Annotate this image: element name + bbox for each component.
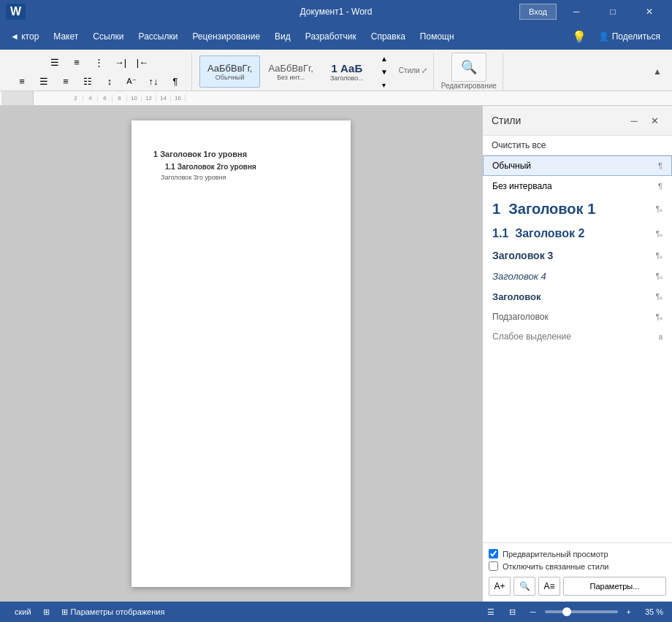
zoom-out-btn[interactable]: ─ <box>524 607 542 616</box>
share-label: Поделиться <box>612 31 660 42</box>
style-name-subheading: Подзаголовок <box>492 312 653 322</box>
style-no-spacing[interactable]: АаБбВвГг, Без инт... <box>260 55 321 88</box>
unordered-list-btn[interactable]: ☰ <box>45 53 65 72</box>
menu-item-help[interactable]: Справка <box>364 26 413 47</box>
style-entry-heading3[interactable]: Заголовок 3 ¶ₐ <box>483 245 672 266</box>
style-icon-heading2: ¶ₐ <box>656 230 663 238</box>
params-button[interactable]: Параметры... <box>563 577 666 596</box>
style-name-heading1: 1 Заголовок 1 <box>492 201 653 218</box>
menu-item-home[interactable]: ◄ ктор <box>3 26 46 47</box>
ruler-mark: 8 <box>112 95 127 102</box>
content-area: 1 Заголовок 1го уровня 1.1 Заголовок 2го… <box>0 106 672 602</box>
status-language[interactable]: ский <box>9 602 37 622</box>
zoom-thumb <box>562 607 571 616</box>
status-view-icon[interactable]: ⊞ <box>37 602 56 622</box>
search-editing-btn[interactable]: 🔍 <box>451 53 486 82</box>
styles-panel-close[interactable]: ✕ <box>646 112 663 129</box>
multilevel-list-btn[interactable]: ⋮ <box>88 53 109 72</box>
style-inspector-button[interactable]: 🔍 <box>513 577 535 596</box>
menu-item-view[interactable]: Вид <box>267 26 298 47</box>
heading2-number: 1.1 <box>165 163 177 171</box>
styles-scroll-down[interactable]: ▼ <box>374 65 394 78</box>
ruler: 2 4 6 8 10 12 14 16 <box>0 91 672 106</box>
style-entry-subheading[interactable]: Подзаголовок ¶ₐ <box>483 307 672 326</box>
doc-heading1: 1 Заголовок 1го уровня <box>153 150 329 158</box>
style-entry-no-spacing[interactable]: Без интервала ¶ <box>483 176 672 196</box>
zoom-in-btn[interactable]: + <box>621 607 637 616</box>
close-button[interactable]: ✕ <box>633 0 666 23</box>
clear-all-button[interactable]: Очистить все <box>483 136 672 156</box>
preview-checkbox[interactable] <box>489 549 498 558</box>
inspector-icon: 🔍 <box>519 581 530 591</box>
menu-item-review[interactable]: Рецензирование <box>185 26 267 47</box>
zoom-track[interactable] <box>545 610 618 613</box>
align-justify-btn[interactable]: ☷ <box>77 72 98 91</box>
style-name-subtle: Слабое выделение <box>492 331 655 342</box>
style-heading1-gallery[interactable]: 1 АаБ Заголово... <box>321 55 373 88</box>
collapse-ribbon-btn[interactable]: ▲ <box>649 63 666 80</box>
menu-item-layout[interactable]: Макет <box>46 26 85 47</box>
minimize-button[interactable]: ─ <box>560 0 593 23</box>
styles-scroll-up[interactable]: ▲ <box>374 52 394 65</box>
view-icon: ⊞ <box>43 607 50 617</box>
disable-linked-checkbox[interactable] <box>489 561 498 571</box>
restore-button[interactable]: □ <box>596 0 630 23</box>
preview-label: Предварительный просмотр <box>503 550 608 558</box>
menu-item-assist[interactable]: Помощн <box>413 26 462 47</box>
menu-item-developer[interactable]: Разработчик <box>298 26 364 47</box>
heading1-text: Заголовок 1го уровня <box>160 150 247 158</box>
new-style-button[interactable]: A+ <box>489 577 511 596</box>
align-right-btn[interactable]: ≡ <box>56 72 76 91</box>
app-icon: W <box>6 4 26 20</box>
ordered-list-btn[interactable]: ≡ <box>66 53 87 72</box>
styles-panel-pin[interactable]: ─ <box>625 112 643 129</box>
preview-checkbox-label[interactable]: Предварительный просмотр <box>489 549 666 558</box>
new-style-icon: A+ <box>494 581 505 591</box>
indent-left-btn[interactable]: |← <box>132 53 153 72</box>
doc-heading3: Заголовок 3го уровня <box>161 174 329 181</box>
disable-linked-checkbox-label[interactable]: Отключить связанные стили <box>489 561 666 571</box>
fill-color-btn[interactable]: A⁻ <box>121 72 142 91</box>
ribbon-styles-group: АаБбВвГг, Обычный АаБбВвГг, Без инт... 1… <box>194 53 434 91</box>
document-page[interactable]: 1 Заголовок 1го уровня 1.1 Заголовок 2го… <box>131 120 351 587</box>
share-button[interactable]: 👤 Поделиться <box>589 28 669 45</box>
styles-expand-icon[interactable]: ⤢ <box>421 66 427 74</box>
status-params[interactable]: ⊞ Параметры отображения <box>56 602 171 622</box>
menu-item-mailings[interactable]: Рассылки <box>131 26 186 47</box>
style-entry-normal[interactable]: Обычный ¶ <box>483 156 672 176</box>
style-name-no-spacing: Без интервала <box>492 181 655 191</box>
signin-button[interactable]: Вход <box>519 4 557 20</box>
layout-btn-1[interactable]: ☰ <box>481 607 500 617</box>
sort-btn[interactable]: ↑↓ <box>143 72 164 91</box>
document-area[interactable]: 1 Заголовок 1го уровня 1.1 Заголовок 2го… <box>0 106 482 602</box>
manage-styles-button[interactable]: A≡ <box>538 577 560 596</box>
layout-btn-2[interactable]: ⊟ <box>503 607 522 617</box>
ribbon-list-group: ☰ ≡ ⋮ →| |← ≡ ☰ ≡ ☷ ↕ A⁻ ↑↓ ¶ Абзац ⤢ <box>6 53 192 91</box>
line-spacing-btn[interactable]: ↕ <box>99 72 120 91</box>
style-icon-heading1: ¶ₐ <box>656 205 663 213</box>
ruler-mark: 2 <box>69 95 83 102</box>
title-bar: W Документ1 - Word Вход ─ □ ✕ <box>0 0 672 23</box>
doc-heading2: 1.1 Заголовок 2го уровня <box>165 163 329 171</box>
style-icon-normal: ¶ <box>658 161 663 170</box>
zoom-level: 35 % <box>640 607 663 616</box>
style-entry-heading4[interactable]: Заголовок 4 ¶ₐ <box>483 266 672 286</box>
style-entry-heading2[interactable]: 1.1 Заголовок 2 ¶ₐ <box>483 222 672 245</box>
styles-gallery: АаБбВвГг, Обычный АаБбВвГг, Без инт... 1… <box>199 53 373 91</box>
style-entry-heading5[interactable]: Заголовок ¶ₐ <box>483 286 672 307</box>
style-icon-no-spacing: ¶ <box>658 182 663 191</box>
styles-expand[interactable]: ▾ <box>374 78 394 91</box>
align-left-btn[interactable]: ≡ <box>12 72 32 91</box>
ruler-mark: 14 <box>156 95 171 102</box>
pilcrow-btn[interactable]: ¶ <box>165 72 186 91</box>
manage-icon: A≡ <box>543 581 554 591</box>
style-icon-heading4: ¶ₐ <box>656 272 663 280</box>
style-normal[interactable]: АаБбВвГг, Обычный <box>199 55 260 88</box>
status-bar: ский ⊞ ⊞ Параметры отображения ☰ ⊟ ─ + 3… <box>0 602 672 622</box>
style-entry-heading1[interactable]: 1 Заголовок 1 ¶ₐ <box>483 196 672 222</box>
align-center-btn[interactable]: ☰ <box>34 72 54 91</box>
ruler-mark: 10 <box>127 95 142 102</box>
style-entry-subtle[interactable]: Слабое выделение a <box>483 326 672 346</box>
menu-item-references[interactable]: Ссылки <box>85 26 131 47</box>
indent-right-btn[interactable]: →| <box>110 53 131 72</box>
